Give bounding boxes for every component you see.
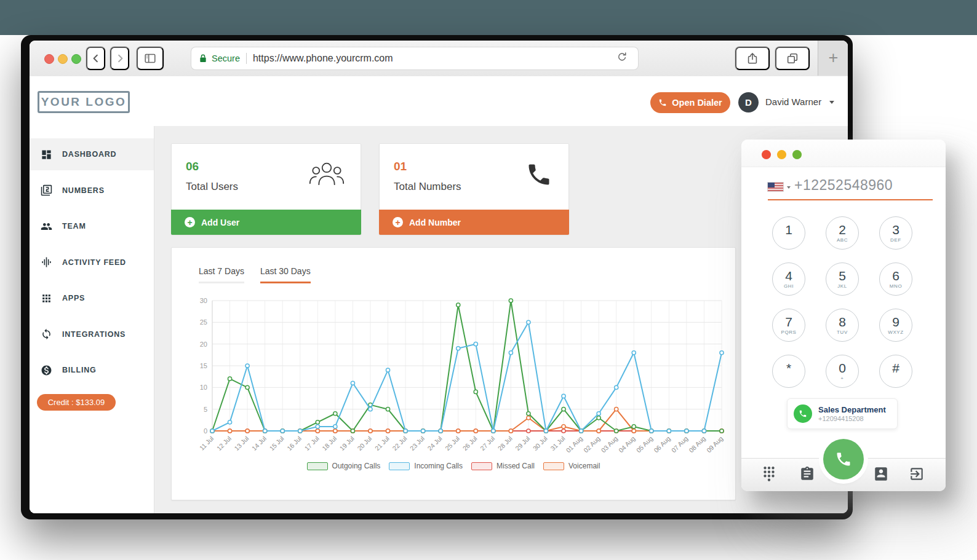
sidebar-item-integrations[interactable]: INTEGRATIONS	[30, 318, 154, 350]
dialpad-icon[interactable]	[761, 466, 777, 482]
exit-icon[interactable]	[909, 466, 925, 482]
panel-icon	[143, 52, 157, 65]
svg-text:26 Jul: 26 Jul	[461, 435, 478, 452]
key-digit: 1	[785, 223, 792, 236]
svg-text:27 Jul: 27 Jul	[479, 435, 496, 452]
sidebar-toggle-button[interactable]	[137, 47, 164, 70]
sidebar-item-billing[interactable]: BILLING	[30, 354, 154, 386]
total-numbers-value: 01	[394, 160, 407, 173]
contacts-icon[interactable]	[873, 466, 889, 482]
svg-text:03 Aug: 03 Aug	[599, 435, 619, 454]
apps-icon	[41, 293, 52, 304]
url-text: https://www.phone.yourcrm.com	[253, 53, 616, 64]
svg-text:15: 15	[200, 362, 207, 369]
billing-icon	[41, 365, 52, 376]
user-menu[interactable]: David Warner	[765, 97, 821, 107]
chevron-down-icon[interactable]	[829, 101, 834, 104]
legend-label: Incoming Calls	[414, 462, 463, 470]
chevron-right-icon	[114, 53, 126, 64]
plus-circle-icon: +	[185, 217, 195, 227]
key-digit: *	[786, 361, 791, 374]
phone-icon	[658, 98, 667, 107]
dial-key-2[interactable]: 2ABC	[826, 216, 859, 250]
legend-item-outgoing-calls[interactable]: Outgoing Calls	[307, 462, 381, 470]
sidebar-item-activity-feed[interactable]: ACTIVITY FEED	[30, 246, 154, 278]
legend-swatch	[471, 462, 492, 470]
dial-key-7[interactable]: 7PQRS	[772, 309, 805, 342]
dashboard-icon	[41, 149, 52, 160]
tab-last-30-days[interactable]: Last 30 Days	[260, 266, 311, 283]
dial-key-#[interactable]: #	[879, 355, 912, 388]
dial-key-4[interactable]: 4GHI	[772, 262, 805, 296]
open-dialer-label: Open Dialer	[672, 98, 722, 108]
address-bar[interactable]: Secure https://www.phone.yourcrm.com	[191, 47, 638, 69]
chevron-down-icon[interactable]	[787, 186, 791, 189]
calls-chart-card: Last 7 Days Last 30 Days 05101520253011 …	[171, 247, 736, 500]
share-button[interactable]	[735, 47, 770, 70]
team-icon	[41, 221, 52, 232]
url-separator	[246, 53, 247, 64]
key-digit: 3	[892, 223, 899, 236]
secure-label: Secure	[212, 53, 240, 63]
sidebar-item-label: TEAM	[62, 222, 86, 231]
zoom-window-button[interactable]	[792, 150, 802, 159]
total-users-card-body: 06 Total Users	[172, 144, 361, 210]
close-window-button[interactable]	[44, 54, 54, 64]
call-button[interactable]	[823, 439, 864, 479]
key-letters: TUV	[837, 330, 848, 335]
us-flag-icon[interactable]	[768, 183, 783, 191]
refresh-button[interactable]	[616, 51, 631, 66]
sidebar-item-label: DASHBOARD	[62, 150, 116, 159]
legend-item-missed-call[interactable]: Missed Call	[471, 462, 535, 470]
dial-key-0[interactable]: 0+	[826, 355, 859, 388]
sidebar-item-dashboard[interactable]: DASHBOARD	[30, 138, 154, 170]
add-number-button[interactable]: + Add Number	[379, 210, 569, 235]
sidebar-item-numbers[interactable]: NUMBERS	[30, 175, 154, 207]
svg-text:19 Jul: 19 Jul	[338, 435, 356, 452]
close-window-button[interactable]	[762, 150, 771, 159]
svg-text:25 Jul: 25 Jul	[444, 435, 461, 452]
svg-text:30: 30	[200, 297, 207, 304]
dialer-window: +12252548960 12ABC3DEF4GHI5JKL6MNO7PQRS8…	[741, 140, 946, 491]
dial-key-9[interactable]: 9WXYZ	[879, 309, 912, 342]
sidebar-item-team[interactable]: TEAM	[30, 210, 154, 242]
tab-last-7-days[interactable]: Last 7 Days	[199, 266, 244, 283]
total-numbers-card: 01 Total Numbers + Add Number	[379, 143, 569, 235]
back-button[interactable]	[86, 47, 105, 70]
legend-item-voicemail[interactable]: Voicemail	[543, 462, 600, 470]
key-digit: 5	[839, 269, 846, 282]
new-tab-button[interactable]: +	[818, 41, 848, 76]
dial-key-*[interactable]: *	[772, 355, 805, 388]
legend-swatch	[307, 462, 328, 470]
dial-key-6[interactable]: 6MNO	[879, 262, 912, 296]
legend-swatch	[389, 462, 410, 470]
minimize-window-button[interactable]	[58, 54, 68, 64]
svg-text:14 Jul: 14 Jul	[250, 435, 268, 452]
svg-text:06 Aug: 06 Aug	[652, 435, 672, 454]
legend-item-incoming-calls[interactable]: Incoming Calls	[389, 462, 463, 470]
forward-button[interactable]	[110, 47, 129, 70]
dialed-number-input[interactable]: +12252548960	[794, 177, 893, 194]
minimize-window-button[interactable]	[777, 150, 786, 159]
dial-key-1[interactable]: 1	[772, 216, 805, 250]
svg-text:23 Jul: 23 Jul	[409, 435, 426, 452]
show-tabs-button[interactable]	[775, 47, 810, 70]
dial-key-8[interactable]: 8TUV	[826, 309, 859, 342]
svg-text:04 Aug: 04 Aug	[617, 435, 637, 454]
open-dialer-button[interactable]: Open Dialer	[650, 92, 730, 113]
total-users-card: 06 Total Users + Add User	[171, 143, 361, 235]
key-digit: 0	[839, 361, 846, 374]
avatar[interactable]: D	[738, 92, 759, 112]
call-log-icon[interactable]	[799, 466, 815, 482]
key-letters: ABC	[837, 238, 848, 243]
key-letters: DEF	[890, 238, 901, 243]
zoom-window-button[interactable]	[71, 54, 81, 64]
sidebar-item-apps[interactable]: APPS	[30, 282, 154, 314]
quick-dial-text: Sales Department +12094415208	[818, 405, 886, 422]
numbers-icon	[41, 184, 52, 196]
add-user-button[interactable]: + Add User	[171, 210, 361, 235]
dial-key-5[interactable]: 5JKL	[826, 262, 859, 296]
quick-dial-contact[interactable]: Sales Department +12094415208	[787, 398, 898, 429]
svg-text:5: 5	[204, 406, 207, 413]
dial-key-3[interactable]: 3DEF	[879, 216, 912, 250]
